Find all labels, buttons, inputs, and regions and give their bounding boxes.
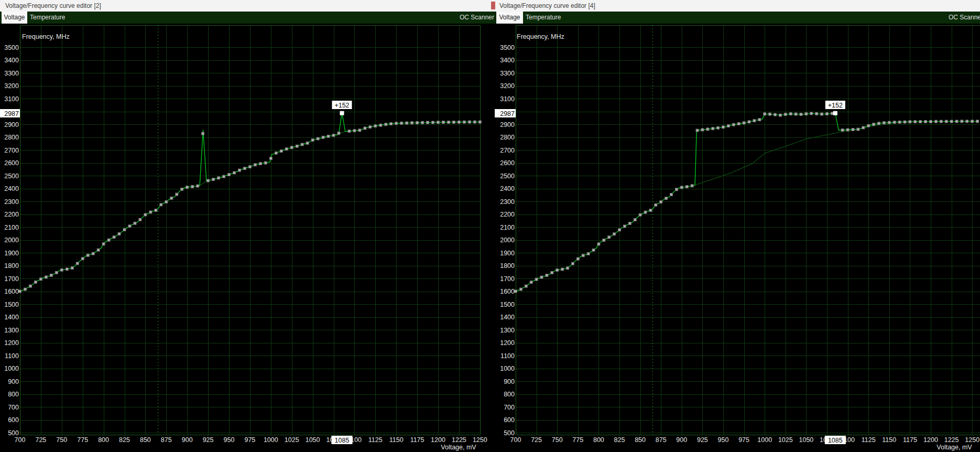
vf-point[interactable] [290,146,293,149]
tab-voltage[interactable]: Voltage [496,12,523,24]
vf-point[interactable] [385,123,387,126]
vf-point[interactable] [587,252,590,255]
vf-point[interactable] [400,122,403,124]
vf-point[interactable] [743,122,745,124]
vf-point[interactable] [779,114,781,116]
vf-point[interactable] [248,166,251,168]
vf-point[interactable] [810,112,813,115]
vf-point[interactable] [961,120,963,123]
vf-point[interactable] [155,209,157,211]
vf-point[interactable] [421,121,424,124]
vf-point[interactable] [603,239,605,241]
vf-point[interactable] [322,136,324,138]
vf-point[interactable] [753,120,756,122]
vf-point[interactable] [919,121,922,123]
vf-point[interactable] [358,129,361,132]
vf-point[interactable] [395,122,398,125]
vf-point[interactable] [737,123,740,125]
tab-voltage[interactable]: Voltage [2,12,27,24]
vf-point[interactable] [217,177,220,179]
tab-oc-scanner[interactable]: OC Scanner [949,12,980,24]
vf-point[interactable] [525,285,527,287]
vf-point[interactable] [311,139,314,142]
vf-point[interactable] [675,188,678,191]
vf-point[interactable] [348,130,351,133]
vf-point[interactable] [727,125,729,127]
vf-point[interactable] [259,163,262,165]
vf-point[interactable] [628,222,631,225]
vf-point[interactable] [857,128,859,131]
vf-point[interactable] [670,193,673,196]
vf-point[interactable] [186,186,189,189]
vf-point[interactable] [898,121,901,123]
vf-point[interactable] [353,130,356,132]
tab-oc-scanner[interactable]: OC Scanner [460,12,494,24]
vf-point[interactable] [432,121,434,124]
vf-point[interactable] [576,257,579,260]
vf-point[interactable] [701,128,704,131]
vf-point[interactable] [685,186,688,188]
vf-point[interactable] [934,120,937,123]
vf-point[interactable] [883,122,885,124]
vf-point[interactable] [473,121,476,123]
vf-point[interactable] [264,162,267,164]
vf-point[interactable] [955,120,958,123]
vf-point[interactable] [903,121,906,123]
vf-point[interactable] [613,233,616,235]
vf-point[interactable] [327,135,330,137]
vf-point[interactable] [411,122,413,124]
vf-point[interactable] [924,121,927,123]
vf-point[interactable] [639,213,641,216]
vf-point[interactable] [535,278,538,281]
vf-point[interactable] [139,218,141,221]
vf-point[interactable] [841,129,844,132]
vf-point[interactable] [202,132,204,135]
vf-point[interactable] [238,169,241,171]
vf-point[interactable] [930,120,932,123]
vf-point[interactable] [60,268,63,271]
vf-point[interactable] [597,243,600,245]
selected-point[interactable] [340,111,344,115]
vf-point[interactable] [448,121,450,124]
vf-point[interactable] [86,254,89,256]
vf-point[interactable] [794,113,797,115]
tab-temperature[interactable]: Temperature [30,12,65,24]
vf-point[interactable] [815,112,818,115]
vf-point[interactable] [561,268,564,271]
vf-point[interactable] [207,179,210,182]
vf-point[interactable] [551,272,553,274]
vf-point[interactable] [254,164,256,166]
vf-point[interactable] [144,213,147,216]
vf-point[interactable] [567,267,569,270]
vf-point[interactable] [893,121,896,124]
vf-point[interactable] [197,185,199,187]
vf-point[interactable] [34,281,37,283]
vf-point[interactable] [478,121,481,123]
vf-point[interactable] [976,120,979,123]
vf-point[interactable] [966,120,968,123]
vf-point[interactable] [228,174,231,176]
vf-point[interactable] [644,211,647,213]
vf-point[interactable] [634,219,636,221]
vf-point[interactable] [379,124,382,126]
vf-point[interactable] [123,229,126,231]
vf-point[interactable] [39,278,42,281]
vf-point[interactable] [118,233,121,235]
vf-point[interactable] [24,288,27,290]
vf-point[interactable] [296,145,298,147]
vf-point[interactable] [764,113,766,115]
vf-point[interactable] [390,123,393,125]
vf-point[interactable] [660,201,662,203]
vf-point[interactable] [909,121,911,123]
vf-point[interactable] [176,193,178,196]
vf-point[interactable] [873,123,875,126]
vf-point[interactable] [706,128,709,131]
vf-point[interactable] [452,121,455,124]
vf-point[interactable] [134,222,136,224]
vf-point[interactable] [826,113,829,115]
vf-point[interactable] [468,121,471,123]
vf-point[interactable] [774,113,777,116]
vf-point[interactable] [416,122,419,124]
vf-point[interactable] [170,197,173,199]
vf-point[interactable] [29,285,32,287]
